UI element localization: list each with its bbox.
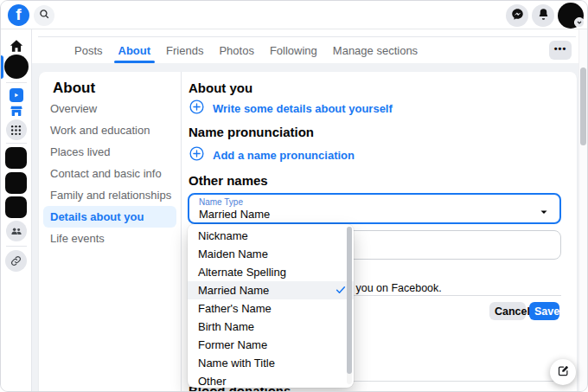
about-card: About Overview Work and education Places… — [39, 72, 577, 392]
option-married-name[interactable]: Married Name — [188, 281, 354, 299]
tab-manage-sections[interactable]: Manage sections — [325, 37, 425, 63]
messenger-icon — [511, 8, 524, 24]
tab-following[interactable]: Following — [262, 37, 325, 63]
bell-icon — [537, 8, 550, 24]
tab-about[interactable]: About — [111, 37, 159, 63]
search-button[interactable] — [34, 5, 54, 26]
write-details-label: Write some details about yourself — [213, 102, 393, 115]
option-name-with-title[interactable]: Name with Title — [188, 354, 354, 372]
shortcut-tile[interactable] — [5, 172, 27, 194]
save-button[interactable]: Save — [529, 302, 559, 320]
name-type-dropdown-menu: Nickname Maiden Name Alternate Spelling … — [188, 224, 354, 388]
option-label: Married Name — [198, 284, 269, 297]
menu-grid-icon[interactable] — [6, 119, 27, 140]
left-shortcut-rail — [1, 29, 32, 391]
profile-tabs: Posts About Friends Photos Following Man… — [67, 37, 425, 63]
rail-divider — [6, 246, 27, 247]
option-other[interactable]: Other — [188, 372, 354, 388]
name-type-select[interactable]: Name Type Married Name — [188, 193, 561, 224]
profile-avatar[interactable] — [4, 55, 29, 79]
option-alternate-spelling[interactable]: Alternate Spelling — [188, 263, 354, 281]
option-fathers-name[interactable]: Father's Name — [188, 299, 354, 318]
active-indicator — [1, 55, 3, 79]
dropdown-scrollbar[interactable] — [347, 227, 352, 384]
sidebar-item-contact-basic-info[interactable]: Contact and basic info — [43, 163, 176, 184]
name-type-label: Name Type — [199, 197, 243, 207]
chevron-down-icon — [574, 17, 585, 28]
facebook-window: f — [0, 0, 588, 392]
option-maiden-name[interactable]: Maiden Name — [188, 245, 354, 263]
messenger-button[interactable] — [506, 4, 528, 27]
search-icon — [39, 8, 50, 23]
notifications-button[interactable] — [532, 4, 554, 27]
facebook-logo[interactable]: f — [8, 4, 29, 26]
edit-floating-button[interactable] — [550, 359, 576, 385]
window-scrollbar-thumb[interactable] — [580, 67, 586, 145]
cancel-button[interactable]: Cancel — [489, 302, 526, 320]
groups-icon[interactable] — [6, 221, 27, 241]
sidebar-item-places-lived[interactable]: Places lived — [43, 141, 176, 163]
sidebar-item-life-events[interactable]: Life events — [43, 228, 176, 249]
option-former-name[interactable]: Former Name — [188, 336, 354, 354]
about-section-nav: Overview Work and education Places lived… — [43, 98, 176, 249]
caret-down-icon — [539, 205, 549, 221]
plus-circle-icon — [189, 145, 205, 165]
option-birth-name[interactable]: Birth Name — [188, 318, 354, 336]
profile-tab-bar: Posts About Friends Photos Following Man… — [32, 29, 587, 63]
top-navigation-bar: f — [1, 1, 587, 29]
tab-friends[interactable]: Friends — [158, 37, 211, 63]
home-icon[interactable] — [9, 38, 24, 54]
about-nav-title: About — [53, 80, 95, 97]
option-nickname[interactable]: Nickname — [188, 227, 354, 245]
sidebar-item-family-relationships[interactable]: Family and relationships — [43, 184, 176, 206]
sidebar-item-work-education[interactable]: Work and education — [43, 119, 176, 141]
check-icon — [335, 284, 347, 299]
shortcut-tile[interactable] — [5, 147, 27, 169]
tab-photos[interactable]: Photos — [211, 37, 261, 63]
about-you-heading: About you — [189, 80, 252, 95]
window-scrollbar[interactable] — [578, 29, 587, 391]
tab-posts[interactable]: Posts — [67, 37, 111, 63]
rail-divider — [6, 143, 27, 144]
marketplace-icon[interactable] — [10, 104, 23, 118]
dropdown-scrollbar-thumb[interactable] — [347, 227, 352, 374]
write-details-link[interactable]: Write some details about yourself — [189, 98, 393, 119]
card-vertical-divider — [181, 72, 182, 392]
edit-pencil-icon — [557, 364, 570, 381]
name-pronunciation-heading: Name pronunciation — [189, 125, 314, 139]
plus-circle-icon — [189, 99, 205, 119]
sidebar-item-details-about-you[interactable]: Details about you — [43, 206, 176, 228]
other-names-heading: Other names — [189, 173, 268, 188]
rail-divider — [6, 82, 27, 83]
sidebar-item-overview[interactable]: Overview — [43, 98, 176, 119]
more-options-button[interactable]: ••• — [549, 41, 572, 60]
name-type-value: Married Name — [199, 208, 270, 221]
shortcut-tile[interactable] — [5, 196, 27, 218]
watch-icon[interactable] — [10, 88, 23, 102]
add-pronunciation-label: Add a name pronunciation — [213, 149, 355, 162]
link-icon[interactable] — [5, 250, 27, 272]
add-pronunciation-link[interactable]: Add a name pronunciation — [189, 145, 355, 165]
